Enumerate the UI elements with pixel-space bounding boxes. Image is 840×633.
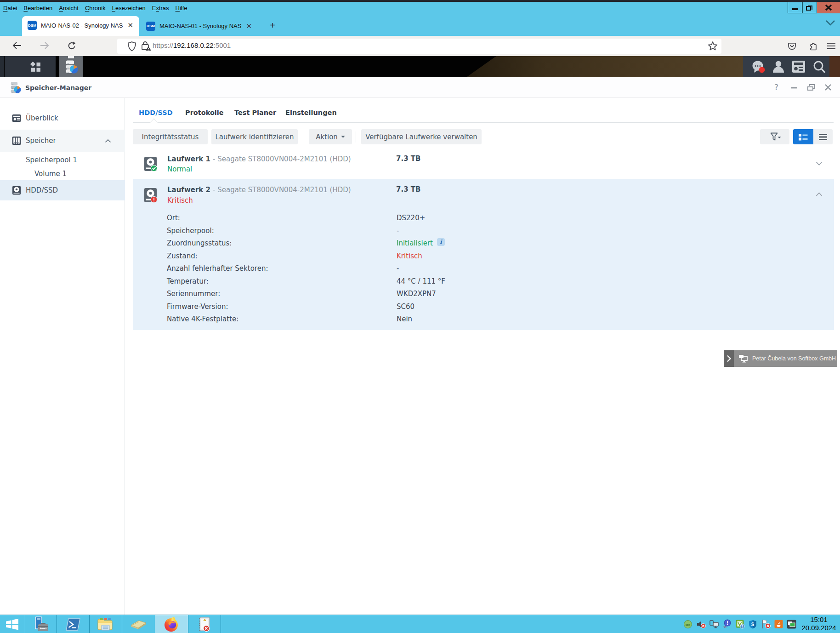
tray-sophos-shield-icon[interactable]: S (749, 620, 757, 629)
pocket-icon[interactable] (787, 41, 797, 53)
detail-view-icon (818, 133, 828, 141)
sidebar-item-speicher[interactable]: Speicher (0, 130, 125, 152)
menu-lesezeichen[interactable]: Lesezeichen (109, 2, 149, 11)
remote-session-toast[interactable]: Petar Čubela von Softbox GmbH (724, 350, 837, 367)
app-close-button[interactable] (824, 83, 832, 93)
start-button[interactable] (0, 615, 25, 633)
browser-restore-button[interactable] (802, 2, 817, 13)
tray-network-icon[interactable] (709, 620, 719, 628)
lock-warning-icon[interactable] (141, 41, 152, 53)
tray-sbx-icon[interactable]: sbx (684, 620, 692, 628)
app-restore-button[interactable] (807, 83, 816, 93)
menu-label-part: esezeichen (115, 5, 146, 11)
tray-volume-muted-icon[interactable] (697, 620, 706, 628)
app-help-button[interactable]: ? (774, 83, 778, 92)
bookmark-star-icon[interactable] (708, 41, 718, 53)
tray-vm-tools-icon[interactable]: ? (736, 620, 745, 629)
forward-icon[interactable] (40, 41, 50, 51)
detail-label: Speicherpool: (167, 227, 214, 235)
toolbar-verfuegbare-laufwerke-button[interactable]: Verfügbare Laufwerke verwalten (361, 129, 482, 144)
tab-hdd-ssd[interactable]: HDD/SSD (139, 109, 173, 116)
tab-protokolle[interactable]: Protokolle (185, 109, 224, 116)
overview-icon (12, 114, 21, 123)
server-manager-taskbar-button[interactable] (25, 615, 57, 633)
expand-chevron-icon[interactable] (816, 161, 823, 166)
menu-datei[interactable]: Datei (0, 2, 20, 11)
dsm-storage-manager-taskbar-button[interactable] (59, 56, 83, 77)
menu-chronik[interactable]: Chronik (82, 2, 109, 11)
windows-taskbar: sbx ? S (0, 615, 840, 633)
extensions-puzzle-icon[interactable] (807, 41, 817, 53)
book-icon (130, 619, 147, 630)
file-explorer-icon (97, 617, 114, 632)
svg-text:?: ? (742, 625, 744, 628)
dsm-taskbar-edge (0, 56, 4, 77)
back-icon[interactable] (12, 41, 22, 51)
browser-tab-active[interactable]: DSM MAIO-NAS-02 - Synology NAS ✕ (22, 16, 139, 36)
notes-app-taskbar-button[interactable] (188, 615, 221, 633)
tab-test-planer[interactable]: Test Planer (234, 109, 276, 116)
new-tab-button[interactable]: + (266, 18, 279, 32)
browser-menubar: Datei Bearbeiten Ansicht Chronik Lesezei… (0, 2, 840, 15)
collapse-chevron-icon[interactable] (816, 192, 823, 197)
menu-ansicht[interactable]: Ansicht (56, 2, 82, 11)
toolbar-integritaetsstatus-button[interactable]: Integritätsstatus (133, 129, 208, 144)
storage-manager-app-icon (10, 82, 21, 93)
dropdown-caret-icon (341, 136, 345, 138)
dsm-chat-icon[interactable] (751, 60, 767, 74)
sidebar-item-label: Speicherpool 1 (26, 156, 77, 164)
tab-list-chevron-icon[interactable] (825, 19, 835, 27)
collapse-chevron-icon[interactable] (105, 139, 111, 143)
toolbar-aktion-button[interactable]: Aktion (309, 129, 352, 144)
detail-value-initialisiert: Initialisiert (397, 239, 433, 247)
powershell-icon (65, 618, 81, 631)
app-window-title: Speicher-Manager (25, 84, 91, 91)
browser-close-button[interactable] (817, 2, 840, 13)
url-text: https://192.168.0.22:5001 (153, 41, 231, 49)
dsm-main-menu-button[interactable] (5, 56, 56, 77)
browser-minimize-button[interactable] (788, 2, 802, 13)
dsm-user-icon[interactable] (772, 60, 784, 73)
drive-size: 7.3 TB (396, 185, 420, 194)
hamburger-menu-icon[interactable] (827, 42, 836, 51)
menu-hilfe[interactable]: Hilfe (172, 2, 191, 11)
tray-remote-screens-icon[interactable] (787, 620, 796, 629)
detail-value: DS220+ (397, 214, 425, 222)
sidebar-item-speicherpool[interactable]: Speicherpool 1 (0, 154, 125, 166)
file-explorer-taskbar-button[interactable] (89, 615, 122, 633)
tab-close-icon[interactable]: ✕ (246, 22, 252, 30)
reload-icon[interactable] (67, 41, 76, 52)
tab-close-icon[interactable]: ✕ (127, 21, 133, 29)
toast-expand-chevron[interactable] (724, 350, 734, 367)
drive-row-2[interactable]: Laufwerk 2 - Seagate ST8000VN004-2M2101 … (133, 179, 834, 330)
app-minimize-button[interactable] (790, 83, 799, 93)
dsm-widgets-icon[interactable] (792, 60, 806, 73)
tab-einstellungen[interactable]: Einstellungen (285, 109, 337, 116)
drive-icon-normal (144, 156, 157, 172)
list-view-button[interactable] (793, 129, 813, 144)
tray-java-icon[interactable] (774, 620, 783, 628)
menu-extras[interactable]: Extras (149, 2, 172, 11)
tray-alert-balloon-icon[interactable] (722, 619, 732, 629)
shield-icon[interactable] (127, 41, 137, 54)
book-app-taskbar-button[interactable] (122, 615, 155, 633)
toolbar-laufwerk-identifizieren-button[interactable]: Laufwerk identifizieren (211, 129, 298, 144)
powershell-taskbar-button[interactable] (57, 615, 89, 633)
detail-view-button[interactable] (813, 129, 833, 144)
filter-button[interactable] (760, 129, 789, 144)
browser-tab-inactive[interactable]: DSM MAIO-NAS-01 - Synology NAS ✕ (146, 16, 261, 36)
drive-row-1[interactable]: Laufwerk 1 - Seagate ST8000VN004-2M2101 … (133, 148, 834, 179)
sidebar-item-hdd-ssd[interactable]: HDD/SSD (0, 180, 125, 200)
sidebar-item-ueberblick[interactable]: Überblick (0, 108, 125, 128)
svg-text:S: S (751, 622, 755, 627)
dsm-search-icon[interactable] (813, 60, 826, 74)
menu-label-part: ilfe (180, 5, 187, 11)
browser-navbar: https://192.168.0.22:5001 (0, 36, 840, 56)
tray-flag-status-icon[interactable] (761, 619, 771, 629)
info-icon[interactable]: i (437, 238, 445, 246)
menu-bearbeiten[interactable]: Bearbeiten (20, 2, 56, 11)
taskbar-clock[interactable]: 15:01 20.09.2024 (800, 616, 838, 632)
sidebar-item-volume[interactable]: Volume 1 (0, 167, 125, 180)
menu-label-key: A (59, 5, 63, 11)
firefox-taskbar-button[interactable] (155, 615, 188, 633)
